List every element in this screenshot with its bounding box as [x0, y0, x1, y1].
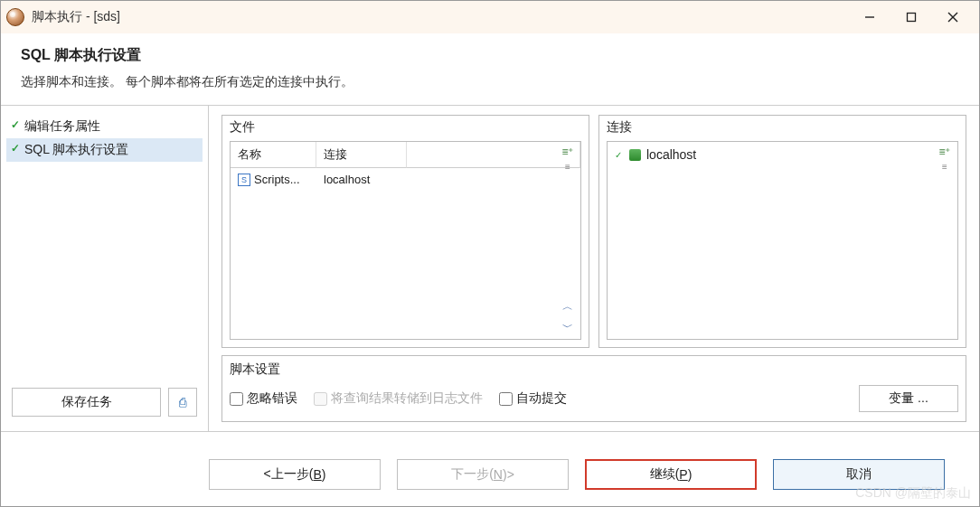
script-settings-group: 脚本设置 忽略错误 将查询结果转储到日志文件 自动提交 变量 ... [221, 355, 966, 422]
database-icon [629, 149, 641, 161]
add-connection-icon[interactable]: ≡⁺ [938, 146, 950, 158]
connections-group-title: 连接 [599, 116, 966, 141]
svg-rect-1 [908, 14, 916, 22]
script-settings-title: 脚本设置 [230, 360, 958, 385]
sidebar-footer: 保存任务 ⎙ [6, 382, 203, 422]
list-options-icon[interactable]: ≡ [565, 164, 570, 171]
save-task-extra-button[interactable]: ⎙ [168, 388, 197, 417]
script-settings-row: 忽略错误 将查询结果转储到日志文件 自动提交 变量 ... [230, 385, 958, 412]
ignore-errors-checkbox[interactable]: 忽略错误 [230, 390, 297, 407]
files-side-actions: ≡⁺ ≡ ︿ ﹀ [559, 146, 577, 335]
window-title: 脚本执行 - [sds] [32, 9, 849, 25]
back-button[interactable]: <上一步(B) [209, 459, 381, 490]
top-row: 文件 名称 连接 S Scripts... [221, 115, 966, 348]
files-col-spacer [407, 142, 580, 168]
check-icon: ✓ [615, 150, 622, 160]
close-button[interactable] [932, 3, 974, 32]
dialog-window: 脚本执行 - [sds] SQL 脚本执行设置 选择脚本和连接。 每个脚本都将在… [0, 0, 980, 507]
connections-side-actions: ≡⁺ ≡ [936, 146, 954, 335]
ignore-errors-input[interactable] [230, 392, 243, 406]
move-down-icon[interactable]: ﹀ [562, 320, 573, 335]
add-file-icon[interactable]: ≡⁺ [561, 146, 573, 158]
variables-button[interactable]: 变量 ... [859, 385, 958, 412]
files-col-connection[interactable]: 连接 [316, 142, 407, 168]
conn-list-options-icon[interactable]: ≡ [942, 164, 947, 171]
file-name-cell: S Scripts... [231, 168, 316, 191]
header: SQL 脚本执行设置 选择脚本和连接。 每个脚本都将在所有选定的连接中执行。 [1, 33, 979, 106]
cancel-button[interactable]: 取消 [773, 459, 945, 490]
next-button[interactable]: 下一步(N)> [397, 459, 569, 490]
files-table: 名称 连接 S Scripts... localhost [230, 141, 581, 340]
sidebar-item-edit-task[interactable]: 编辑任务属性 [6, 115, 203, 138]
sidebar: 编辑任务属性 SQL 脚本执行设置 保存任务 ⎙ [1, 106, 209, 431]
app-icon [6, 8, 24, 26]
main-panel: 文件 名称 连接 S Scripts... [209, 106, 979, 431]
sidebar-item-sql-settings[interactable]: SQL 脚本执行设置 [6, 138, 203, 162]
sql-file-icon: S [238, 174, 250, 186]
save-task-button[interactable]: 保存任务 [12, 388, 161, 417]
files-group: 文件 名称 连接 S Scripts... [221, 115, 589, 348]
move-up-icon[interactable]: ︿ [562, 299, 573, 315]
connections-group: 连接 ✓ localhost ≡⁺ ≡ [598, 115, 966, 348]
files-group-title: 文件 [222, 116, 589, 141]
page-subtitle: 选择脚本和连接。 每个脚本都将在所有选定的连接中执行。 [21, 74, 959, 90]
titlebar: 脚本执行 - [sds] [1, 1, 979, 33]
list-item[interactable]: ✓ localhost [615, 147, 936, 162]
connections-list: ✓ localhost ≡⁺ ≡ [607, 141, 958, 340]
continue-button[interactable]: 继续(P) [585, 459, 757, 490]
table-row[interactable]: S Scripts... localhost [231, 168, 580, 191]
file-connection-cell: localhost [316, 168, 407, 191]
auto-commit-checkbox[interactable]: 自动提交 [499, 390, 567, 407]
files-col-name[interactable]: 名称 [231, 142, 316, 168]
maximize-button[interactable] [890, 3, 932, 32]
footer: <上一步(B) 下一步(N)> 继续(P) 取消 [1, 431, 979, 506]
files-table-body: S Scripts... localhost [231, 168, 580, 339]
minimize-button[interactable] [849, 3, 890, 32]
dump-results-checkbox[interactable]: 将查询结果转储到日志文件 [314, 390, 483, 407]
files-table-header: 名称 连接 [231, 142, 580, 168]
content-area: 编辑任务属性 SQL 脚本执行设置 保存任务 ⎙ 文件 名称 连接 [1, 106, 979, 431]
dump-results-input [314, 392, 327, 406]
auto-commit-input[interactable] [499, 392, 513, 406]
page-title: SQL 脚本执行设置 [21, 46, 959, 65]
